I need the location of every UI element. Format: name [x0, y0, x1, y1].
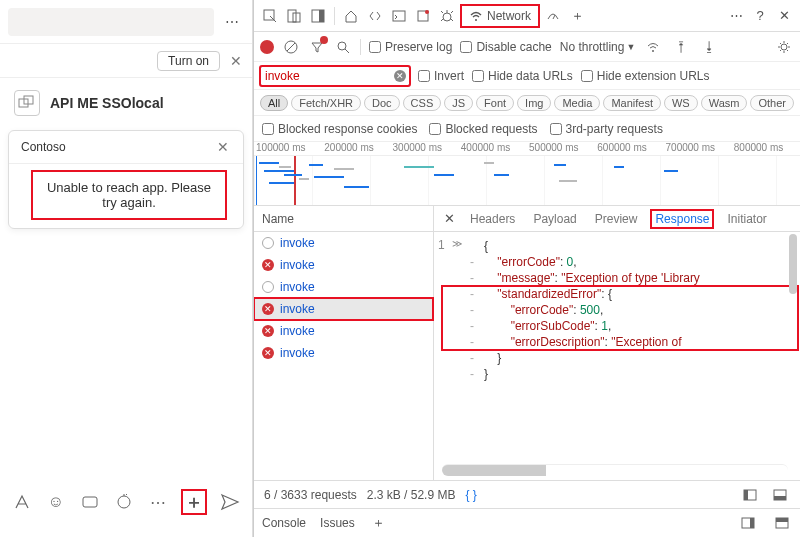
network-split: Name invoke ✕invoke invoke ✕invoke ✕invo… [254, 206, 800, 481]
type-filter-doc[interactable]: Doc [364, 95, 400, 111]
close-detail-icon[interactable]: ✕ [442, 209, 456, 229]
request-row[interactable]: invoke [254, 232, 433, 254]
invert-checkbox[interactable]: Invert [418, 69, 464, 83]
filter-value: invoke [265, 69, 300, 83]
tab-response[interactable]: Response [651, 210, 713, 228]
drawer-tab-console[interactable]: Console [262, 516, 306, 530]
drawer-sidebar-icon[interactable] [738, 513, 758, 533]
network-conditions-icon[interactable] [643, 37, 663, 57]
network-tab[interactable]: Network [461, 5, 539, 27]
extra-filter-row: Blocked response cookies Blocked request… [254, 116, 800, 142]
import-har-icon[interactable]: ⭱ [671, 37, 691, 57]
dialog-message: Unable to reach app. Please try again. [41, 176, 217, 214]
drawer-toggle-icon[interactable] [770, 485, 790, 505]
third-party-checkbox[interactable]: 3rd-party requests [550, 122, 663, 136]
app-title: API ME SSOlocal [50, 95, 164, 111]
type-filter-font[interactable]: Font [476, 95, 514, 111]
more-tools-icon[interactable]: ⋯ [726, 6, 746, 26]
record-button[interactable] [260, 40, 274, 54]
request-row[interactable]: ✕invoke [254, 342, 433, 364]
request-row[interactable]: ✕invoke [254, 254, 433, 276]
export-har-icon[interactable]: ⭳ [699, 37, 719, 57]
tab-preview[interactable]: Preview [591, 210, 642, 228]
throttling-select[interactable]: No throttling ▼ [560, 40, 636, 54]
dialog-header: Contoso ✕ [9, 131, 243, 164]
hide-extension-urls-checkbox[interactable]: Hide extension URLs [581, 69, 710, 83]
elements-tab-icon[interactable] [365, 6, 385, 26]
welcome-tab-icon[interactable] [341, 6, 361, 26]
type-filter-media[interactable]: Media [554, 95, 600, 111]
svg-point-15 [338, 42, 346, 50]
help-icon[interactable]: ? [750, 6, 770, 26]
request-row[interactable]: invoke [254, 276, 433, 298]
svg-rect-2 [83, 497, 97, 507]
clear-button[interactable] [282, 38, 300, 56]
vertical-scrollbar[interactable] [789, 234, 797, 294]
status-error-icon: ✕ [262, 325, 274, 337]
settings-icon[interactable] [774, 37, 794, 57]
transfer-size: 2.3 kB / 52.9 MB [367, 488, 456, 502]
console-tab-icon[interactable] [389, 6, 409, 26]
app-icon [14, 90, 40, 116]
type-filter-manifest[interactable]: Manifest [603, 95, 661, 111]
tab-payload[interactable]: Payload [529, 210, 580, 228]
svg-rect-21 [774, 496, 786, 500]
type-filter-ws[interactable]: WS [664, 95, 698, 111]
close-icon[interactable]: ✕ [228, 53, 244, 69]
svg-point-11 [425, 10, 429, 14]
type-filter-css[interactable]: CSS [403, 95, 442, 111]
format-icon[interactable] [11, 491, 33, 513]
search-button[interactable] [334, 38, 352, 56]
filter-clear-icon[interactable]: ✕ [394, 70, 406, 82]
inspect-icon[interactable] [260, 6, 280, 26]
wifi-icon [469, 9, 483, 23]
type-filter-js[interactable]: JS [444, 95, 473, 111]
request-row[interactable]: ✕invoke [254, 320, 433, 342]
dock-icon[interactable] [308, 6, 328, 26]
svg-rect-8 [319, 10, 324, 22]
device-icon[interactable] [284, 6, 304, 26]
type-filter-other[interactable]: Other [750, 95, 794, 111]
drawer-layout-icon[interactable] [772, 513, 792, 533]
drawer-tab-issues[interactable]: Issues [320, 516, 355, 530]
blocked-response-cookies-checkbox[interactable]: Blocked response cookies [262, 122, 417, 136]
response-body[interactable]: 1≫ { - "errorCode": 0, - "message": "Exc… [434, 232, 800, 462]
emoji-icon[interactable]: ☺ [45, 491, 67, 513]
more-icon[interactable]: ⋯ [147, 491, 169, 513]
network-statusbar: 6 / 3633 requests 2.3 kB / 52.9 MB { } [254, 481, 800, 509]
dialog-body-highlight: Unable to reach app. Please try again. [31, 170, 227, 220]
sidebar-toggle-icon[interactable] [740, 485, 760, 505]
reaction-icon[interactable] [113, 491, 135, 513]
preserve-log-checkbox[interactable]: Preserve log [369, 40, 452, 54]
close-devtools-icon[interactable]: ✕ [774, 6, 794, 26]
hide-data-urls-checkbox[interactable]: Hide data URLs [472, 69, 573, 83]
drawer-add-tab-icon[interactable]: ＋ [369, 513, 389, 533]
type-filter-fetchxhr[interactable]: Fetch/XHR [291, 95, 361, 111]
svg-rect-25 [776, 518, 788, 522]
filter-input[interactable]: invoke ✕ [260, 66, 410, 86]
filter-toggle[interactable] [308, 38, 326, 56]
disable-cache-checkbox[interactable]: Disable cache [460, 40, 551, 54]
dialog-close-icon[interactable]: ✕ [215, 139, 231, 155]
add-extension-button[interactable]: ＋ [181, 489, 207, 515]
network-filter-row: invoke ✕ Invert Hide data URLs Hide exte… [254, 62, 800, 90]
type-filter-wasm[interactable]: Wasm [701, 95, 748, 111]
type-filter-img[interactable]: Img [517, 95, 551, 111]
sources-tab-icon[interactable] [413, 6, 433, 26]
type-filter-all[interactable]: All [260, 95, 288, 111]
turn-on-row: Turn on ✕ [0, 44, 252, 78]
turn-on-button[interactable]: Turn on [157, 51, 220, 71]
performance-tab-icon[interactable] [543, 6, 563, 26]
horizontal-scrollbar[interactable] [442, 464, 788, 476]
tab-headers[interactable]: Headers [466, 210, 519, 228]
request-row-selected[interactable]: ✕invoke [254, 298, 433, 320]
send-button[interactable] [219, 491, 241, 513]
gif-icon[interactable] [79, 491, 101, 513]
add-tab-icon[interactable]: ＋ [567, 6, 587, 26]
tab-initiator[interactable]: Initiator [723, 210, 770, 228]
blocked-requests-checkbox[interactable]: Blocked requests [429, 122, 537, 136]
timeline-overview[interactable] [254, 156, 800, 206]
debugger-tab-icon[interactable] [437, 6, 457, 26]
search-input[interactable] [8, 8, 214, 36]
more-icon[interactable]: ⋯ [220, 14, 244, 30]
